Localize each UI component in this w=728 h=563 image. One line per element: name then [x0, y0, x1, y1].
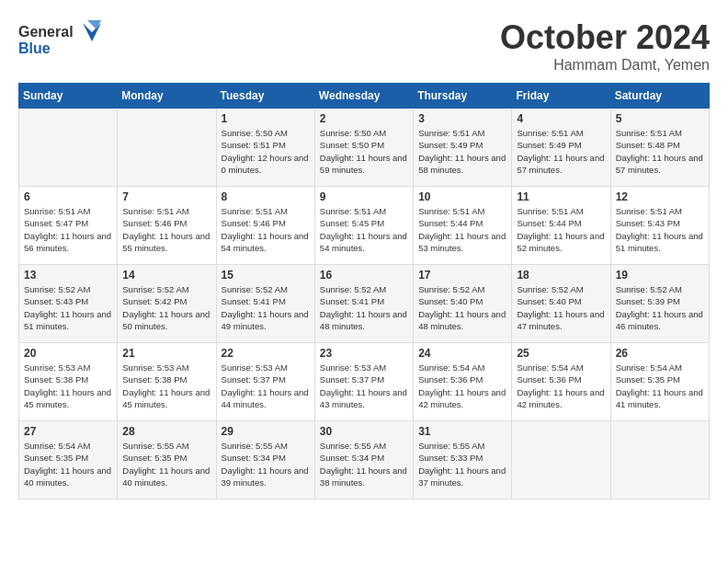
calendar-cell: 1Sunrise: 5:50 AM Sunset: 5:51 PM Daylig…: [216, 109, 314, 187]
calendar-cell: 27Sunrise: 5:54 AM Sunset: 5:35 PM Dayli…: [19, 421, 118, 500]
day-info: Sunrise: 5:54 AM Sunset: 5:35 PM Dayligh…: [24, 440, 112, 488]
page-header: General Blue October 2024 Hammam Damt, Y…: [18, 18, 710, 74]
day-info: Sunrise: 5:52 AM Sunset: 5:40 PM Dayligh…: [517, 283, 605, 332]
day-info: Sunrise: 5:53 AM Sunset: 5:37 PM Dayligh…: [320, 362, 408, 410]
day-number: 29: [222, 425, 310, 438]
header-row: Sunday Monday Tuesday Wednesday Thursday…: [19, 84, 710, 109]
day-info: Sunrise: 5:52 AM Sunset: 5:39 PM Dayligh…: [616, 283, 704, 332]
calendar-cell: 17Sunrise: 5:52 AM Sunset: 5:40 PM Dayli…: [414, 265, 512, 343]
day-info: Sunrise: 5:53 AM Sunset: 5:37 PM Dayligh…: [222, 362, 310, 410]
calendar-cell: 16Sunrise: 5:52 AM Sunset: 5:41 PM Dayli…: [314, 265, 413, 343]
day-info: Sunrise: 5:54 AM Sunset: 5:36 PM Dayligh…: [517, 362, 605, 410]
day-number: 17: [418, 269, 506, 282]
day-number: 28: [122, 425, 210, 438]
col-tuesday: Tuesday: [216, 84, 314, 109]
calendar-cell: 18Sunrise: 5:52 AM Sunset: 5:40 PM Dayli…: [512, 265, 610, 343]
calendar-cell: 30Sunrise: 5:55 AM Sunset: 5:34 PM Dayli…: [314, 421, 413, 500]
day-number: 16: [320, 269, 408, 282]
calendar-cell: 6Sunrise: 5:51 AM Sunset: 5:47 PM Daylig…: [19, 187, 118, 265]
calendar-cell: 7Sunrise: 5:51 AM Sunset: 5:46 PM Daylig…: [118, 187, 216, 265]
col-sunday: Sunday: [19, 84, 118, 109]
day-number: 10: [418, 190, 506, 203]
day-number: 13: [24, 269, 112, 282]
calendar-cell: 8Sunrise: 5:51 AM Sunset: 5:46 PM Daylig…: [216, 187, 314, 265]
calendar-cell: 13Sunrise: 5:52 AM Sunset: 5:43 PM Dayli…: [19, 265, 118, 343]
day-number: 11: [517, 190, 605, 203]
day-number: 23: [320, 347, 408, 360]
calendar-cell: 15Sunrise: 5:52 AM Sunset: 5:41 PM Dayli…: [216, 265, 314, 343]
location: Hammam Damt, Yemen: [500, 57, 710, 74]
day-number: 8: [222, 190, 310, 203]
col-wednesday: Wednesday: [314, 84, 413, 109]
day-info: Sunrise: 5:51 AM Sunset: 5:49 PM Dayligh…: [517, 127, 605, 176]
calendar-week-1: 1Sunrise: 5:50 AM Sunset: 5:51 PM Daylig…: [19, 109, 710, 187]
day-number: 20: [24, 347, 112, 360]
day-info: Sunrise: 5:55 AM Sunset: 5:35 PM Dayligh…: [122, 440, 210, 488]
day-number: 7: [122, 190, 210, 203]
day-number: 1: [222, 112, 310, 125]
logo-icon: General Blue: [18, 18, 101, 60]
title-block: October 2024 Hammam Damt, Yemen: [500, 18, 710, 74]
day-info: Sunrise: 5:51 AM Sunset: 5:47 PM Dayligh…: [24, 205, 112, 254]
calendar-cell: 23Sunrise: 5:53 AM Sunset: 5:37 PM Dayli…: [314, 343, 413, 421]
calendar-cell: 24Sunrise: 5:54 AM Sunset: 5:36 PM Dayli…: [414, 343, 512, 421]
day-number: 31: [418, 425, 506, 438]
day-info: Sunrise: 5:53 AM Sunset: 5:38 PM Dayligh…: [24, 362, 112, 410]
day-info: Sunrise: 5:51 AM Sunset: 5:46 PM Dayligh…: [222, 205, 310, 254]
day-info: Sunrise: 5:52 AM Sunset: 5:43 PM Dayligh…: [24, 283, 112, 332]
day-info: Sunrise: 5:51 AM Sunset: 5:45 PM Dayligh…: [320, 205, 408, 254]
day-number: 25: [517, 347, 605, 360]
calendar-week-4: 20Sunrise: 5:53 AM Sunset: 5:38 PM Dayli…: [19, 343, 710, 421]
calendar-cell: [118, 109, 216, 187]
calendar-cell: [19, 109, 118, 187]
calendar-cell: 28Sunrise: 5:55 AM Sunset: 5:35 PM Dayli…: [118, 421, 216, 500]
day-info: Sunrise: 5:54 AM Sunset: 5:36 PM Dayligh…: [418, 362, 506, 410]
calendar-cell: 3Sunrise: 5:51 AM Sunset: 5:49 PM Daylig…: [414, 109, 512, 187]
col-monday: Monday: [118, 84, 216, 109]
day-number: 22: [222, 347, 310, 360]
col-friday: Friday: [512, 84, 610, 109]
day-info: Sunrise: 5:52 AM Sunset: 5:41 PM Dayligh…: [222, 283, 310, 332]
day-info: Sunrise: 5:53 AM Sunset: 5:38 PM Dayligh…: [122, 362, 210, 410]
day-info: Sunrise: 5:51 AM Sunset: 5:48 PM Dayligh…: [616, 127, 704, 176]
calendar-cell: 12Sunrise: 5:51 AM Sunset: 5:43 PM Dayli…: [610, 187, 709, 265]
day-number: 24: [418, 347, 506, 360]
day-number: 18: [517, 269, 605, 282]
svg-text:Blue: Blue: [18, 40, 51, 56]
calendar-week-3: 13Sunrise: 5:52 AM Sunset: 5:43 PM Dayli…: [19, 265, 710, 343]
calendar-week-2: 6Sunrise: 5:51 AM Sunset: 5:47 PM Daylig…: [19, 187, 710, 265]
day-info: Sunrise: 5:51 AM Sunset: 5:46 PM Dayligh…: [122, 205, 210, 254]
calendar-cell: 26Sunrise: 5:54 AM Sunset: 5:35 PM Dayli…: [610, 343, 709, 421]
day-number: 14: [122, 269, 210, 282]
calendar-cell: 9Sunrise: 5:51 AM Sunset: 5:45 PM Daylig…: [314, 187, 413, 265]
calendar-cell: 14Sunrise: 5:52 AM Sunset: 5:42 PM Dayli…: [118, 265, 216, 343]
calendar-cell: 10Sunrise: 5:51 AM Sunset: 5:44 PM Dayli…: [414, 187, 512, 265]
month-title: October 2024: [500, 18, 710, 57]
day-number: 9: [320, 190, 408, 203]
col-thursday: Thursday: [414, 84, 512, 109]
day-info: Sunrise: 5:50 AM Sunset: 5:51 PM Dayligh…: [222, 127, 310, 176]
day-number: 30: [320, 425, 408, 438]
day-number: 3: [418, 112, 506, 125]
day-info: Sunrise: 5:51 AM Sunset: 5:49 PM Dayligh…: [418, 127, 506, 176]
calendar-cell: [610, 421, 709, 500]
day-info: Sunrise: 5:55 AM Sunset: 5:34 PM Dayligh…: [222, 440, 310, 488]
day-number: 27: [24, 425, 112, 438]
day-info: Sunrise: 5:52 AM Sunset: 5:42 PM Dayligh…: [122, 283, 210, 332]
day-info: Sunrise: 5:52 AM Sunset: 5:41 PM Dayligh…: [320, 283, 408, 332]
calendar-cell: 21Sunrise: 5:53 AM Sunset: 5:38 PM Dayli…: [118, 343, 216, 421]
day-number: 21: [122, 347, 210, 360]
day-info: Sunrise: 5:51 AM Sunset: 5:44 PM Dayligh…: [418, 205, 506, 254]
svg-text:General: General: [18, 24, 74, 40]
calendar-cell: 5Sunrise: 5:51 AM Sunset: 5:48 PM Daylig…: [610, 109, 709, 187]
calendar-cell: 25Sunrise: 5:54 AM Sunset: 5:36 PM Dayli…: [512, 343, 610, 421]
day-number: 2: [320, 112, 408, 125]
calendar-cell: 20Sunrise: 5:53 AM Sunset: 5:38 PM Dayli…: [19, 343, 118, 421]
svg-marker-3: [87, 20, 101, 29]
logo: General Blue: [18, 18, 101, 60]
day-number: 15: [222, 269, 310, 282]
calendar-cell: 22Sunrise: 5:53 AM Sunset: 5:37 PM Dayli…: [216, 343, 314, 421]
day-info: Sunrise: 5:51 AM Sunset: 5:43 PM Dayligh…: [616, 205, 704, 254]
day-number: 26: [616, 347, 704, 360]
calendar-cell: 11Sunrise: 5:51 AM Sunset: 5:44 PM Dayli…: [512, 187, 610, 265]
